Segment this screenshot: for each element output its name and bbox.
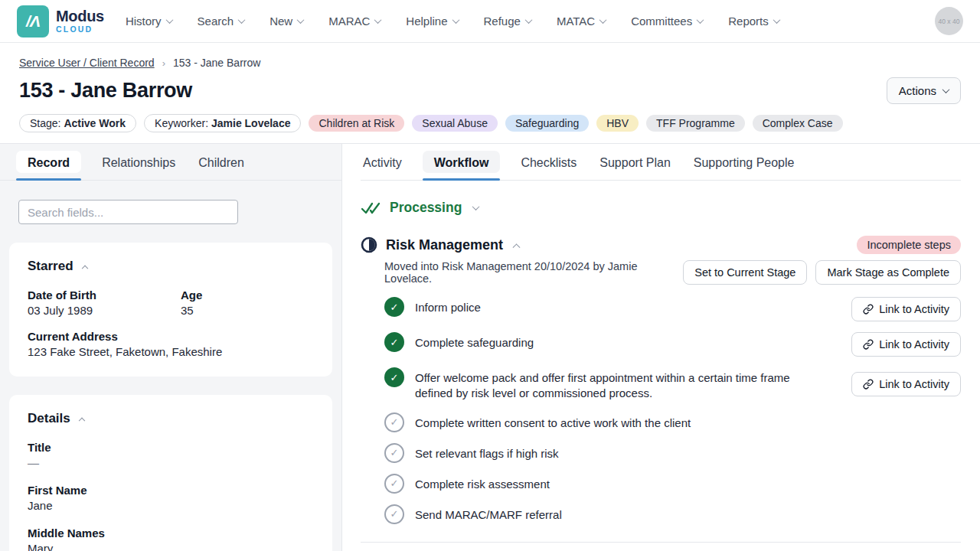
link-to-activity-label: Link to Activity bbox=[879, 303, 949, 315]
main-tab-support-plan[interactable]: Support Plan bbox=[597, 151, 673, 180]
collapse-chevron-icon[interactable] bbox=[79, 418, 85, 424]
chevron-down-icon bbox=[524, 16, 532, 24]
stage-action-buttons: Set to Current StageMark Stage as Comple… bbox=[683, 260, 961, 285]
chevron-down-icon bbox=[452, 16, 459, 24]
nav-item-label: Helpline bbox=[406, 15, 447, 28]
modus-logo-icon[interactable]: /Λ bbox=[17, 5, 49, 37]
search-fields-input[interactable] bbox=[18, 200, 238, 224]
step-label: Offer welcome pack and offer first appoi… bbox=[415, 367, 809, 402]
nav-item-reports[interactable]: Reports bbox=[728, 15, 779, 28]
tab-label: Supporting People bbox=[694, 156, 795, 169]
breadcrumb: Service User / Client Record › 153 - Jan… bbox=[19, 57, 961, 69]
nav-item-committees[interactable]: Committees bbox=[631, 15, 703, 28]
workflow-step-inform-police: ✓Inform policeLink to Activity bbox=[384, 297, 961, 321]
stage-steps-list: ✓Inform policeLink to Activity✓Complete … bbox=[361, 297, 961, 524]
workflow-panel: ActivityWorkflowChecklistsSupport PlanSu… bbox=[342, 144, 980, 551]
step-incomplete-icon[interactable]: ✓ bbox=[384, 474, 404, 494]
avatar-placeholder-text: 40 x 40 bbox=[939, 18, 960, 25]
sidebar-tab-record[interactable]: Record bbox=[16, 151, 81, 180]
nav-item-helpline[interactable]: Helpline bbox=[406, 15, 458, 28]
nav-item-label: Search bbox=[198, 15, 234, 28]
workflow-step-complete-written-consent-to-active-work-: ✓Complete written consent to active work… bbox=[384, 412, 961, 432]
chevron-down-icon bbox=[165, 16, 173, 24]
field-value: Mary bbox=[28, 542, 314, 551]
nav-item-search[interactable]: Search bbox=[198, 15, 245, 28]
tab-label: Activity bbox=[363, 156, 402, 169]
chevron-down-icon[interactable] bbox=[472, 203, 480, 210]
nav-item-label: MATAC bbox=[557, 15, 595, 28]
sidebar-tab-relationships[interactable]: Relationships bbox=[100, 151, 178, 180]
meta-pill-value: Jamie Lovelace bbox=[211, 117, 291, 129]
set-to-current-stage-button[interactable]: Set to Current Stage bbox=[683, 260, 807, 285]
meta-pill-stage: Stage: Active Work bbox=[19, 114, 136, 132]
step-label: Set relevant flags if high risk bbox=[415, 443, 559, 461]
step-label: Inform police bbox=[415, 297, 481, 315]
main-tabs: ActivityWorkflowChecklistsSupport PlanSu… bbox=[361, 144, 961, 181]
incomplete-steps-badge: Incomplete steps bbox=[857, 236, 961, 254]
tag-children-at-risk: Children at Risk bbox=[309, 115, 404, 132]
chevron-down-icon bbox=[773, 16, 780, 24]
starred-card-title: Starred bbox=[28, 259, 74, 274]
record-sidebar: RecordRelationshipsChildren Starred Date… bbox=[0, 144, 342, 551]
nav-item-label: History bbox=[126, 15, 162, 28]
chevron-up-icon[interactable] bbox=[513, 243, 521, 251]
tab-label: Support Plan bbox=[599, 156, 671, 169]
main-tab-activity[interactable]: Activity bbox=[361, 151, 404, 180]
chevron-down-icon bbox=[238, 16, 246, 24]
nav-item-label: New bbox=[270, 15, 292, 28]
page-header: Service User / Client Record › 153 - Jan… bbox=[0, 43, 980, 144]
stage-title: Risk Management bbox=[386, 237, 503, 253]
details-card-title: Details bbox=[28, 411, 70, 426]
starred-card: Starred Date of Birth03 July 1989Age35Cu… bbox=[9, 243, 332, 377]
workflow-step-offer-welcome-pack-and-offer-first-appoi: ✓Offer welcome pack and offer first appo… bbox=[384, 367, 961, 402]
field-value: 03 July 1989 bbox=[28, 304, 181, 317]
field-label: Title bbox=[28, 441, 314, 454]
collapse-chevron-icon[interactable] bbox=[81, 266, 87, 272]
actions-button[interactable]: Actions bbox=[887, 77, 961, 104]
field-middle-names: Middle NamesMary bbox=[28, 527, 314, 551]
meta-pill-label: Stage: bbox=[30, 117, 64, 129]
app-window: /Λ Modus CLOUD HistorySearchNewMARACHelp… bbox=[0, 0, 980, 551]
phase-header-processing[interactable]: Processing bbox=[361, 200, 961, 216]
mark-stage-as-complete-button[interactable]: Mark Stage as Complete bbox=[815, 260, 961, 285]
workflow-step-send-marac-marf-referral: ✓Send MARAC/MARF referral bbox=[384, 504, 961, 524]
step-complete-icon[interactable]: ✓ bbox=[384, 367, 404, 387]
field-label: Age bbox=[181, 289, 314, 302]
main-tab-checklists[interactable]: Checklists bbox=[518, 151, 579, 180]
nav-item-history[interactable]: History bbox=[126, 15, 172, 28]
tag-safeguarding: Safeguarding bbox=[505, 115, 589, 132]
field-value: — bbox=[28, 456, 314, 469]
step-incomplete-icon[interactable]: ✓ bbox=[384, 412, 404, 432]
step-label: Complete risk assessment bbox=[415, 474, 550, 492]
stage-section-risk-management: Risk Management Incomplete steps Moved i… bbox=[361, 236, 961, 524]
step-incomplete-icon[interactable]: ✓ bbox=[384, 443, 404, 463]
nav-item-new[interactable]: New bbox=[270, 15, 303, 28]
link-icon bbox=[863, 304, 874, 315]
field-date-of-birth: Date of Birth03 July 1989 bbox=[28, 289, 181, 317]
main-tab-supporting-people[interactable]: Supporting People bbox=[691, 151, 797, 180]
step-complete-icon[interactable]: ✓ bbox=[384, 332, 404, 352]
step-incomplete-icon[interactable]: ✓ bbox=[384, 504, 404, 524]
top-navigation: /Λ Modus CLOUD HistorySearchNewMARACHelp… bbox=[0, 0, 980, 43]
step-label: Send MARAC/MARF referral bbox=[415, 504, 562, 523]
main-tab-workflow[interactable]: Workflow bbox=[423, 151, 501, 180]
link-icon bbox=[863, 339, 874, 350]
link-to-activity-button[interactable]: Link to Activity bbox=[851, 372, 961, 396]
field-label: Current Address bbox=[28, 330, 314, 343]
nav-item-refuge[interactable]: Refuge bbox=[484, 15, 531, 28]
sidebar-tab-children[interactable]: Children bbox=[196, 151, 247, 180]
field-title: Title— bbox=[28, 441, 314, 469]
meta-pill-keyworker: Keyworker: Jamie Lovelace bbox=[144, 114, 301, 132]
user-avatar[interactable]: 40 x 40 bbox=[935, 7, 963, 35]
page-title: 153 - Jane Barrow bbox=[19, 79, 192, 103]
link-to-activity-label: Link to Activity bbox=[879, 378, 949, 390]
nav-item-marac[interactable]: MARAC bbox=[328, 15, 381, 28]
breadcrumb-parent-link[interactable]: Service User / Client Record bbox=[19, 57, 155, 69]
brand-subtitle: CLOUD bbox=[56, 25, 104, 34]
step-complete-icon[interactable]: ✓ bbox=[384, 297, 404, 317]
link-to-activity-button[interactable]: Link to Activity bbox=[851, 297, 961, 321]
link-to-activity-button[interactable]: Link to Activity bbox=[851, 332, 961, 357]
tag-tff-programme: TFF Programme bbox=[646, 115, 745, 132]
nav-item-matac[interactable]: MATAC bbox=[557, 15, 606, 28]
nav-item-label: Refuge bbox=[484, 15, 521, 28]
